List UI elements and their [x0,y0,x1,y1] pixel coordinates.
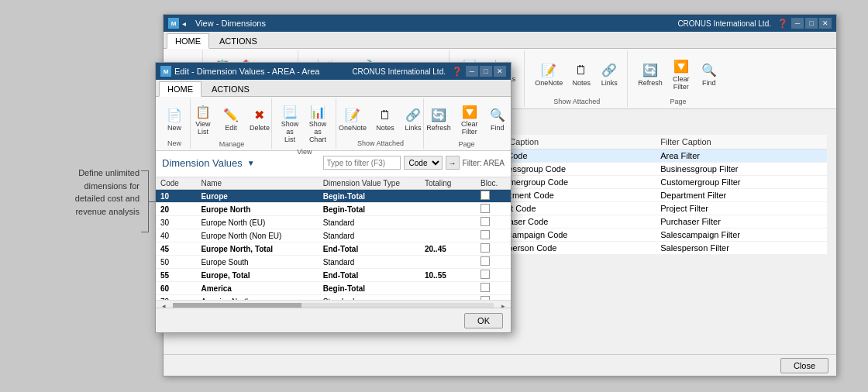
minimize-button[interactable]: ─ [791,18,804,29]
dlg-cell-bloc [476,190,511,203]
dlg-cell-totaling [420,190,476,203]
dlg-cell-name: Europe [196,190,318,203]
links-icon: 🔗 [600,61,618,80]
help-icon[interactable]: ❓ [777,19,788,29]
filter-field-dropdown[interactable]: Code [404,156,443,170]
close-button-footer[interactable]: Close [780,358,828,373]
ribbon-group-attached-label: Show Attached [553,96,600,105]
dialog-table-row[interactable]: 20 Europe North Begin-Total [156,203,511,216]
cell-filter-caption: Project Filter [656,202,827,215]
dlg-cell-code: 45 [156,242,196,256]
dlg-refresh-button[interactable]: 🔄 Refresh [422,104,455,135]
dlg-onenote-button[interactable]: 📝 OneNote [335,104,370,135]
dlg-show-chart-icon: 📊 [308,102,327,121]
dlg-cell-name: America [196,282,318,295]
annotation-line2: dimensions for [84,181,140,191]
dlg-cell-name: Europe, Total [196,269,318,282]
col-filter-caption[interactable]: Filter Caption [656,135,827,150]
dlg-notes-button[interactable]: 🗒 Notes [372,104,398,135]
dialog-content-header: Dimension Values ▼ Code → Filter: AREA [156,151,511,177]
annotation-line3: detailed cost and [75,194,140,203]
refresh-button[interactable]: 🔄 Refresh [634,59,666,90]
nav-arrow-left[interactable]: ◂ [182,19,186,28]
dialog-table-wrapper: Code Name Dimension Value Type Totaling … [156,177,511,300]
dialog-table-row[interactable]: 50 Europe South Standard [156,256,511,269]
dialog-table-row[interactable]: 60 America Begin-Total [156,282,511,295]
dlg-cell-code: 50 [156,256,196,269]
dimension-values-dialog: M Edit - Dimension Values - AREA - Area … [155,62,512,333]
find-button[interactable]: 🔍 Find [696,59,722,90]
dlg-col-totaling[interactable]: Totaling [420,177,476,190]
tab-home[interactable]: HOME [167,33,209,49]
dlg-cell-totaling [420,203,476,216]
cell-filter-caption: Area Filter [656,150,827,163]
annotation-line4: revenue analysis [75,207,140,216]
dialog-minimize-button[interactable]: ─ [466,66,478,77]
dialog-ribbon: 📄 New New 📋 ViewList ✏️ Edit ✖ Delete [156,97,511,151]
dialog-help-icon[interactable]: ❓ [452,67,463,77]
dialog-table-row[interactable]: 30 Europe North (EU) Standard [156,216,511,229]
dlg-ribbon-group-attached: 📝 OneNote 🗒 Notes 🔗 Links Show Attached [338,98,424,149]
dialog-table-row[interactable]: 55 Europe, Total End-Total 10..55 [156,269,511,282]
dlg-cell-type: End-Total [319,269,420,282]
dialog-tab-home[interactable]: HOME [159,81,202,97]
dlg-find-icon: 🔍 [488,106,507,125]
dlg-find-button[interactable]: 🔍 Find [484,104,511,135]
dlg-refresh-icon: 🔄 [429,106,448,125]
dlg-cell-name: Europe North (EU) [196,216,318,229]
filter-input[interactable] [323,156,401,170]
dlg-ribbon-group-manage: 📋 ViewList ✏️ Edit ✖ Delete Manage [192,98,272,149]
dlg-col-code[interactable]: Code [156,177,196,190]
dlg-links-icon: 🔗 [404,106,422,125]
dlg-delete-button[interactable]: ✖ Delete [246,104,274,135]
dialog-maximize-button[interactable]: □ [480,66,492,77]
dlg-cell-name: Europe North [196,203,318,216]
dlg-cell-type: End-Total [319,242,420,256]
dlg-cell-name: Europe North (Non EU) [196,229,318,242]
dialog-title-bar: M Edit - Dimension Values - AREA - Area … [156,63,511,80]
cell-filter-caption: Businessgroup Filter [656,163,827,176]
dialog-table-row[interactable]: 40 Europe North (Non EU) Standard [156,229,511,242]
ok-button[interactable]: OK [464,313,503,328]
dlg-cell-type: Standard [319,216,420,229]
dlg-edit-icon: ✏️ [222,106,240,125]
dialog-close-button[interactable]: ✕ [494,66,506,77]
close-button-main[interactable]: ✕ [819,18,832,29]
cell-filter-caption: Customergroup Filter [656,176,827,189]
dialog-ribbon-tabs: HOME ACTIONS [156,80,511,97]
dialog-app-icon: M [160,66,171,77]
dlg-new-button[interactable]: 📄 New [161,104,188,135]
dlg-clear-filter-button[interactable]: 🔽 ClearFilter [456,100,483,139]
dlg-ribbon-group-view: 📃 Showas List 📊 Show asChart View [274,98,336,149]
dialog-table-row[interactable]: 10 Europe Begin-Total [156,190,511,203]
find-icon: 🔍 [700,61,718,80]
dlg-cell-type: Begin-Total [319,282,420,295]
dlg-clear-filter-icon: 🔽 [460,102,479,121]
dlg-edit-button[interactable]: ✏️ Edit [218,104,244,135]
dlg-col-name[interactable]: Name [196,177,318,190]
dlg-cell-totaling [420,216,476,229]
clear-filter-button[interactable]: 🔽 ClearFilter [668,55,694,94]
notes-button[interactable]: 🗒 Notes [568,59,594,90]
dialog-table-row[interactable]: 45 Europe North, Total End-Total 20..45 [156,242,511,256]
dialog-tab-actions[interactable]: ACTIONS [203,81,258,96]
dlg-show-chart-button[interactable]: 📊 Show asChart [304,100,332,146]
dlg-new-icon: 📄 [165,106,184,125]
onenote-button[interactable]: 📝 OneNote [531,59,567,90]
tab-actions[interactable]: ACTIONS [211,33,266,48]
dialog-section-arrow[interactable]: ▼ [247,159,255,167]
cell-filter-caption: Salesperson Filter [656,242,827,255]
maximize-button[interactable]: □ [805,18,818,29]
dialog-company-name: CRONUS International Ltd. [352,67,446,76]
dlg-cell-totaling [420,256,476,269]
dlg-col-dim-type[interactable]: Dimension Value Type [319,177,420,190]
filter-next-button[interactable]: → [446,156,460,170]
dlg-col-bloc[interactable]: Bloc. [476,177,511,190]
dlg-cell-code: 20 [156,203,196,216]
dlg-cell-bloc [476,229,511,242]
dlg-cell-code: 55 [156,269,196,282]
links-button[interactable]: 🔗 Links [596,59,622,90]
dlg-cell-type: Begin-Total [319,203,420,216]
dlg-show-list-button[interactable]: 📃 Showas List [277,100,302,146]
dlg-view-list-button[interactable]: 📋 ViewList [190,100,216,139]
